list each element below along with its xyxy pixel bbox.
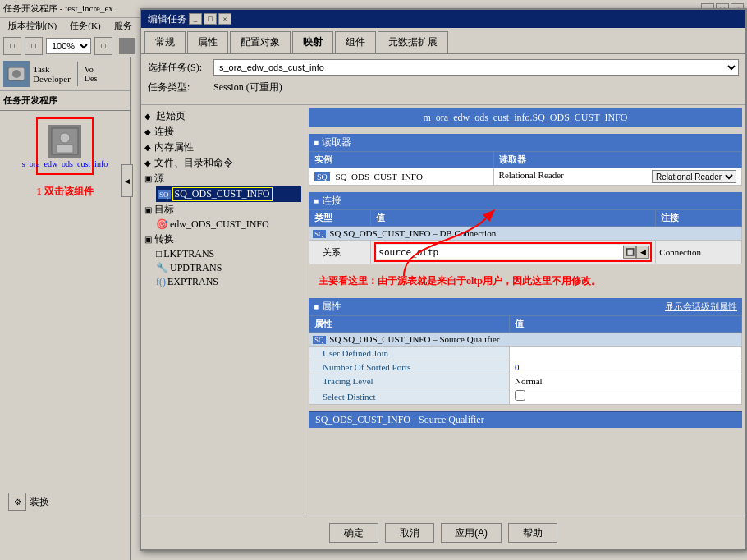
prop-value-1: 0 xyxy=(510,360,742,374)
dialog-close[interactable]: × xyxy=(218,13,231,25)
reader-value: Relational Reader Relational Reader xyxy=(493,168,741,186)
conn-group-label: SQ SQ_ODS_CUST_INFO – DB Connection xyxy=(329,228,496,238)
tree-label-exp: EXPTRANS xyxy=(167,276,218,288)
mapping-header: m_ora_edw_ods_cust_info.SQ_ODS_CUST_INFO xyxy=(309,108,742,127)
transform-btn[interactable]: ⚙ 装换 xyxy=(8,493,49,511)
conn-btn-2[interactable]: ◀ xyxy=(636,246,649,259)
task-icon-area: s_ora_edw_ods_cust_info 1 双击该组件 xyxy=(0,111,130,205)
help-button[interactable]: 帮助 xyxy=(508,523,557,543)
task-label: s_ora_edw_ods_cust_info xyxy=(22,159,108,168)
tree-item-files[interactable]: ◆ 文件、目录和命令 xyxy=(144,155,301,171)
task-dev-icon xyxy=(3,61,30,87)
dialog-title-text: 编辑任务 xyxy=(148,12,187,26)
task-icon-box[interactable]: s_ora_edw_ods_cust_info xyxy=(36,117,94,175)
tab-mapping[interactable]: 映射 xyxy=(292,31,333,53)
menu-task[interactable]: 任务(K) xyxy=(63,18,107,34)
tree-item-lkp[interactable]: □ LKPTRANS xyxy=(156,247,301,261)
tab-config[interactable]: 配置对象 xyxy=(230,31,291,53)
toolbar-btn-2[interactable]: □ xyxy=(25,37,43,55)
svg-rect-4 xyxy=(57,145,73,153)
conn-btn-1[interactable]: 🔲 xyxy=(623,246,636,259)
reader-instance: SQ SQ_ODS_CUST_INFO xyxy=(309,168,494,186)
tree-item-connect[interactable]: ◆ 连接 xyxy=(144,124,301,140)
reader-col-instance: 实例 xyxy=(309,152,494,168)
prop-value-0[interactable] xyxy=(510,347,742,360)
tab-components[interactable]: 组件 xyxy=(335,31,376,53)
dialog-maximize[interactable]: □ xyxy=(204,13,217,25)
props-col-value: 值 xyxy=(510,316,742,333)
task-dev-label: TaskDeveloper xyxy=(33,64,71,84)
conn-value-input[interactable] xyxy=(377,245,623,259)
prop-name-2: Tracing Level xyxy=(309,374,510,388)
zoom-select[interactable]: 100% xyxy=(46,38,91,54)
dialog-footer: 确定 取消 应用(A) 帮助 xyxy=(141,516,745,549)
select-distinct-checkbox[interactable] xyxy=(515,390,525,401)
tree-item-sq[interactable]: SQ SQ_ODS_CUST_INFO xyxy=(156,186,301,202)
tree-item-source[interactable]: ▣ 源 xyxy=(144,171,301,186)
tree-item-transform[interactable]: ▣ 转换 xyxy=(144,232,301,247)
connection-section: ■ 连接 类型 值 注接 xyxy=(309,192,742,264)
dialog-title-bar: 编辑任务 _ □ × xyxy=(141,10,745,28)
tree-target-children: 🎯 edw_ODS_CUST_INFO xyxy=(144,218,301,232)
conn-expand-icon[interactable]: ■ xyxy=(314,196,319,205)
reader-row: SQ SQ_ODS_CUST_INFO Relational Reader Re… xyxy=(309,168,742,186)
warning-text: 主要看这里：由于源表就是来自于oltp用户，因此这里不用修改。 xyxy=(319,274,732,288)
props-expand-icon[interactable]: ■ xyxy=(314,302,319,311)
reader-header: ■ 读取器 xyxy=(309,134,742,151)
tree-label-transform: 转换 xyxy=(154,232,174,246)
tab-metadata[interactable]: 元数据扩展 xyxy=(378,31,448,53)
dialog-minimize[interactable]: _ xyxy=(189,13,202,25)
properties-header: ■ 属性 显示会话级别属性 xyxy=(309,298,742,315)
connection-table: 类型 值 注接 SQ SQ SQ_ODS_CUST_INFO – DB Conn… xyxy=(309,209,742,264)
task-icon xyxy=(48,125,81,158)
tree-item-upd[interactable]: 🔧 UPDTRANS xyxy=(156,261,301,275)
properties-title: 属性 xyxy=(322,300,341,314)
prop-value-3[interactable] xyxy=(510,388,742,405)
ok-button[interactable]: 确定 xyxy=(329,523,378,543)
tree-label-target: 目标 xyxy=(154,203,174,217)
dialog-body: ◆ 起始页 ◆ 连接 ◆ 内存属性 ◆ 文件、目录和命令 xyxy=(141,105,745,516)
reader-dropdown[interactable]: Relational Reader xyxy=(652,170,736,183)
tab-general[interactable]: 常规 xyxy=(144,31,186,53)
transform-label: 装换 xyxy=(30,495,49,509)
props-group-label: SQ SQ_ODS_CUST_INFO – Source Qualifier xyxy=(329,334,499,344)
tree-label-edw: edw_ODS_CUST_INFO xyxy=(170,218,269,231)
cancel-button[interactable]: 取消 xyxy=(385,523,434,543)
left-panel-title: 任务开发程序 xyxy=(0,91,130,111)
apply-button[interactable]: 应用(A) xyxy=(441,523,502,543)
dialog-form: 选择任务(S): s_ora_edw_ods_cust_info 任务类型: S… xyxy=(141,54,745,105)
menu-service[interactable]: 服务 xyxy=(108,18,139,34)
connection-title: 连接 xyxy=(322,194,341,208)
tree-item-target[interactable]: ▣ 目标 xyxy=(144,202,301,218)
display-session-label[interactable]: 显示会话级别属性 xyxy=(665,301,737,313)
dev-panel: TaskDeveloper VoDes xyxy=(0,57,130,91)
conn-type: 关系 xyxy=(309,241,371,264)
reader-expand-icon[interactable]: ■ xyxy=(314,138,319,147)
tree-item-edw[interactable]: 🎯 edw_ODS_CUST_INFO xyxy=(156,218,301,232)
props-group-row: SQ SQ SQ_ODS_CUST_INFO – Source Qualifie… xyxy=(309,333,742,347)
toolbar-btn-1[interactable]: □ xyxy=(3,37,21,55)
toolbar-icon xyxy=(119,38,135,54)
prop-input-0[interactable] xyxy=(515,348,736,358)
props-col-name: 属性 xyxy=(309,316,510,333)
tree-item-start[interactable]: ◆ 起始页 xyxy=(144,108,301,124)
tree-item-exp[interactable]: f() EXPTRANS xyxy=(156,275,301,289)
tree-item-memory[interactable]: ◆ 内存属性 xyxy=(144,140,301,155)
status-bar: SQ_ODS_CUST_INFO - Source Qualifier xyxy=(309,411,742,428)
collapse-arrow[interactable]: ◄ xyxy=(121,164,133,197)
tree-label-memory: 内存属性 xyxy=(154,140,194,154)
tab-properties[interactable]: 属性 xyxy=(187,31,228,53)
tree-label-connect: 连接 xyxy=(154,125,174,139)
prop-name-3: Select Distinct xyxy=(309,388,510,405)
toolbar-btn-3[interactable]: □ xyxy=(94,37,112,55)
select-task-dropdown[interactable]: s_ora_edw_ods_cust_info xyxy=(213,59,739,76)
conn-col-type: 类型 xyxy=(309,210,371,227)
select-task-row: 选择任务(S): s_ora_edw_ods_cust_info xyxy=(148,59,739,76)
tree-label-files: 文件、目录和命令 xyxy=(154,156,233,170)
menu-version-control[interactable]: 版本控制(N) xyxy=(2,18,63,34)
connection-header: ■ 连接 xyxy=(309,192,742,209)
conn-connection: Connection xyxy=(656,241,742,264)
conn-group-row: SQ SQ SQ_ODS_CUST_INFO – DB Connection xyxy=(309,227,742,241)
reader-table: 实例 读取器 SQ SQ_ODS_CUST_INFO xyxy=(309,151,742,186)
properties-table: 属性 值 SQ SQ SQ_ODS_CUST_INFO – Source Qua… xyxy=(309,315,742,405)
